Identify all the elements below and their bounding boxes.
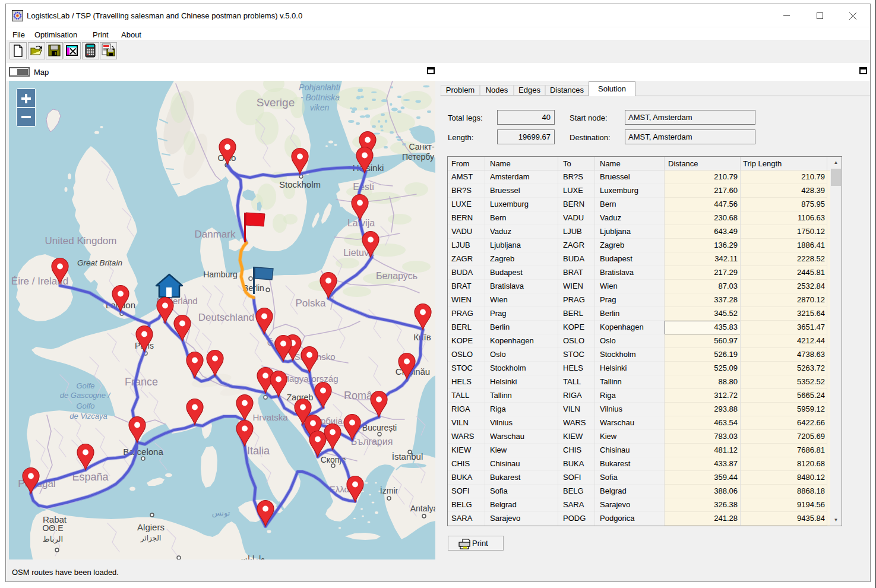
svg-text:Antalya: Antalya xyxy=(410,504,435,513)
svg-text:Hrvatska: Hrvatska xyxy=(252,412,288,422)
svg-text:България: България xyxy=(351,437,393,447)
svg-text:Danmark: Danmark xyxy=(195,229,236,240)
svg-text:Deutschland: Deutschland xyxy=(198,312,255,323)
svg-text:طرابلس: طرابلس xyxy=(238,554,265,559)
svg-text:Hamburg: Hamburg xyxy=(203,270,238,279)
svg-text:ΟΘ.Ε: ΟΘ.Ε xyxy=(42,523,63,533)
svg-text:تونس: تونس xyxy=(212,508,230,518)
svg-text:Беларусь: Беларусь xyxy=(376,271,418,281)
svg-text:France: France xyxy=(125,376,158,388)
svg-text:Pohjanlahti: Pohjanlahti xyxy=(299,83,340,92)
svg-text:- Bottniska: - Bottniska xyxy=(301,93,340,102)
svg-text:Sverige: Sverige xyxy=(257,96,295,109)
svg-text:de Vizcaya: de Vizcaya xyxy=(69,412,107,421)
svg-text:Санкт-: Санкт- xyxy=(409,142,434,151)
svg-text:الرباط: الرباط xyxy=(43,535,63,544)
svg-text:de Gascogne /: de Gascogne / xyxy=(60,391,111,400)
svg-text:București: București xyxy=(362,423,397,432)
svg-text:Algiers: Algiers xyxy=(137,522,165,532)
svg-text:Polska: Polska xyxy=(295,298,326,309)
svg-text:İstanbul: İstanbul xyxy=(392,451,423,461)
svg-text:viken: viken xyxy=(310,103,330,112)
svg-text:United Kingdom: United Kingdom xyxy=(45,235,117,246)
svg-text:Stockholm: Stockholm xyxy=(279,179,321,189)
svg-text:Петербу: Петербу xyxy=(402,152,434,162)
svg-text:İzmir: İzmir xyxy=(380,485,399,495)
svg-text:Print: Print xyxy=(472,539,488,548)
svg-text:Great Britain: Great Britain xyxy=(77,258,122,267)
svg-text:الجزائر: الجزائر xyxy=(140,534,162,543)
svg-text:Golfe: Golfe xyxy=(76,381,94,390)
svg-text:Golfo: Golfo xyxy=(76,402,94,410)
svg-text:Italia: Italia xyxy=(247,445,270,457)
